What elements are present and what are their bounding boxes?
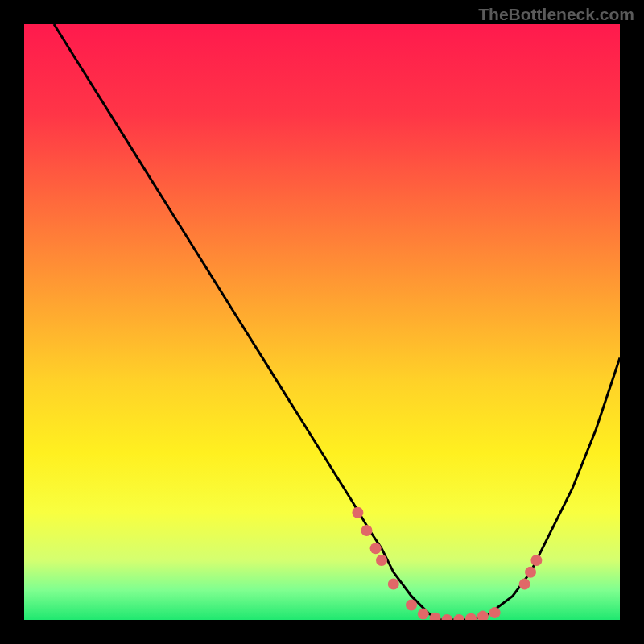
chart-container: TheBottleneck.com [0,0,644,644]
data-marker [376,555,387,566]
data-marker [525,567,536,578]
data-marker [406,600,417,611]
data-marker [388,579,399,590]
data-marker [530,555,542,566]
data-marker [370,543,382,554]
data-marker [418,609,429,620]
data-marker [489,607,501,618]
gradient-background [24,24,620,620]
plot-area [24,24,620,620]
data-marker [361,525,373,536]
data-marker [519,579,530,590]
data-marker [352,507,363,518]
watermark-text: TheBottleneck.com [478,5,634,24]
chart-svg [24,24,620,620]
